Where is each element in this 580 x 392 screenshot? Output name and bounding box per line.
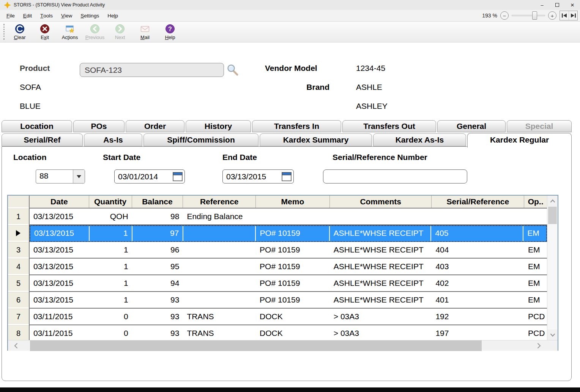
taskbar-strip: [0, 387, 580, 392]
column-header-serial-reference[interactable]: Serial/Reference: [432, 196, 524, 208]
vertical-scroll-track[interactable]: [547, 224, 558, 329]
tab-general[interactable]: General: [437, 120, 506, 132]
tab-as-is[interactable]: As-Is: [84, 133, 142, 146]
minimize-button[interactable]: –: [534, 0, 550, 10]
start-date-field[interactable]: 03/01/2014: [114, 169, 185, 183]
close-button[interactable]: ✕: [565, 0, 580, 10]
row-number[interactable]: 7: [8, 309, 29, 325]
current-row-indicator[interactable]: [8, 225, 29, 242]
vertical-scroll-thumb[interactable]: [548, 207, 557, 224]
scroll-down-button[interactable]: [547, 329, 558, 340]
toolbar-button-label: Mail: [140, 34, 150, 40]
tab-kardex-regular[interactable]: Kardex Regular: [467, 133, 572, 147]
row-headers: 1345678: [8, 209, 29, 340]
tab-kardex-summary[interactable]: Kardex Summary: [260, 133, 372, 146]
cell-memo: PO# 10159: [256, 275, 330, 291]
chevron-up-icon: [550, 199, 555, 203]
cell-balance: 97: [132, 226, 183, 241]
calendar-icon[interactable]: [173, 172, 183, 181]
tab-special[interactable]: Special: [507, 120, 572, 132]
zoom-out-button[interactable]: −: [500, 11, 509, 20]
toolbar-mail-button[interactable]: Mail: [132, 22, 158, 41]
menu-item-settings[interactable]: Settings: [76, 10, 103, 21]
end-date-field[interactable]: 03/13/2015: [222, 169, 294, 183]
zoom-slider-handle[interactable]: [532, 11, 537, 20]
tab-location[interactable]: Location: [2, 120, 72, 132]
location-dropdown-button[interactable]: [73, 170, 85, 183]
first-record-button[interactable]: [560, 11, 569, 20]
cell-balance: 93: [132, 309, 183, 325]
menu-item-help[interactable]: Help: [103, 10, 122, 21]
tab-spiff-commission[interactable]: Spiff/Commission: [143, 133, 258, 146]
scroll-left-button[interactable]: [8, 340, 24, 351]
row-number[interactable]: 4: [8, 259, 29, 275]
brand-name: ASHLEY: [356, 102, 388, 111]
app-icon: [4, 2, 11, 8]
toolbar-buttons: ClearExitActionsPreviousNextMail?Help: [7, 22, 183, 41]
product-input[interactable]: [80, 63, 224, 77]
location-combobox[interactable]: 88: [36, 169, 85, 183]
cell-comments: ASHLE*WHSE RECEIPT: [330, 292, 432, 308]
cell-balance: 93: [132, 325, 183, 339]
tab-kardex-as-is[interactable]: Kardex As-Is: [373, 133, 466, 146]
table-row[interactable]: 03/13/2015QOH98Ending Balance: [30, 209, 547, 225]
menu-item-view[interactable]: View: [57, 10, 76, 21]
row-number[interactable]: 1: [8, 209, 29, 225]
toolbar-button-label: Exit: [41, 34, 49, 40]
table-row[interactable]: 03/13/2015197PO# 10159ASHLE*WHSE RECEIPT…: [30, 225, 547, 242]
horizontal-scrollbar[interactable]: [8, 340, 547, 351]
column-header-reference[interactable]: Reference: [183, 196, 256, 208]
tab-serial-ref[interactable]: Serial/Ref: [2, 133, 83, 146]
toolbar-exit-button[interactable]: Exit: [32, 22, 57, 41]
menu-item-file[interactable]: File: [2, 10, 19, 21]
calendar-icon[interactable]: [282, 172, 292, 181]
zoom-in-button[interactable]: +: [548, 11, 556, 20]
zoom-slider[interactable]: [512, 11, 545, 20]
toolbar-help-button[interactable]: ?Help: [158, 22, 183, 41]
cell-reference: TRANS: [183, 309, 256, 325]
toolbar-button-label: Previous: [85, 34, 105, 40]
cell-reference: [183, 275, 256, 291]
tab-transfers-in[interactable]: Transfers In: [252, 120, 341, 132]
vertical-scrollbar[interactable]: [547, 196, 558, 340]
column-header-quantity[interactable]: Quantity: [89, 196, 132, 208]
scroll-right-button[interactable]: [531, 340, 547, 351]
search-icon[interactable]: [226, 64, 239, 77]
table-row[interactable]: 03/13/2015195PO# 10159ASHLE*WHSE RECEIPT…: [30, 259, 547, 275]
table-row[interactable]: 03/13/2015196PO# 10159ASHLE*WHSE RECEIPT…: [30, 242, 547, 259]
row-number[interactable]: 3: [8, 242, 29, 259]
toolbar-clear-button[interactable]: Clear: [7, 22, 32, 41]
menu-item-tools[interactable]: Tools: [36, 10, 57, 21]
row-header-corner[interactable]: [8, 196, 29, 209]
row-number[interactable]: 6: [8, 292, 29, 309]
cell-date: 03/13/2015: [30, 226, 90, 241]
table-row[interactable]: 03/13/2015193PO# 10159ASHLE*WHSE RECEIPT…: [30, 292, 547, 309]
table-row[interactable]: 03/13/2015194PO# 10159ASHLE*WHSE RECEIPT…: [30, 275, 547, 292]
tab-transfers-out[interactable]: Transfers Out: [342, 120, 436, 132]
tab-pos[interactable]: POs: [73, 120, 125, 132]
row-number[interactable]: 8: [8, 325, 29, 340]
table-row[interactable]: 03/11/2015093TRANSDOCK> 03A3192PCD: [30, 309, 547, 325]
scroll-up-button[interactable]: [547, 196, 558, 206]
tab-order[interactable]: Order: [126, 120, 184, 132]
menu-item-edit[interactable]: Edit: [19, 10, 36, 21]
toolbar-drag-handle[interactable]: [3, 24, 5, 40]
table-row[interactable]: 03/11/2015093TRANSDOCK> 03A3197PCD: [30, 325, 547, 339]
grid-main: 1345678 DateQuantityBalanceReferenceMemo…: [8, 196, 558, 340]
last-record-button[interactable]: [569, 11, 577, 20]
column-header-balance[interactable]: Balance: [132, 196, 183, 208]
horizontal-scroll-thumb[interactable]: [30, 340, 482, 351]
toolbar-actions-button[interactable]: Actions: [57, 22, 82, 41]
column-header-op[interactable]: Op..: [524, 196, 547, 208]
cell-serial-reference: 404: [432, 242, 524, 258]
column-header-date[interactable]: Date: [30, 196, 89, 208]
tab-history[interactable]: History: [186, 120, 251, 132]
column-header-memo[interactable]: Memo: [256, 196, 330, 208]
maximize-button[interactable]: [550, 0, 565, 10]
row-number[interactable]: 5: [8, 275, 29, 292]
serial-reference-input[interactable]: [323, 169, 467, 183]
cell-op: EM: [523, 226, 546, 241]
cell-quantity: 1: [90, 226, 132, 241]
column-header-comments[interactable]: Comments: [330, 196, 432, 208]
zoom-controls: 193 % − +: [482, 11, 580, 20]
